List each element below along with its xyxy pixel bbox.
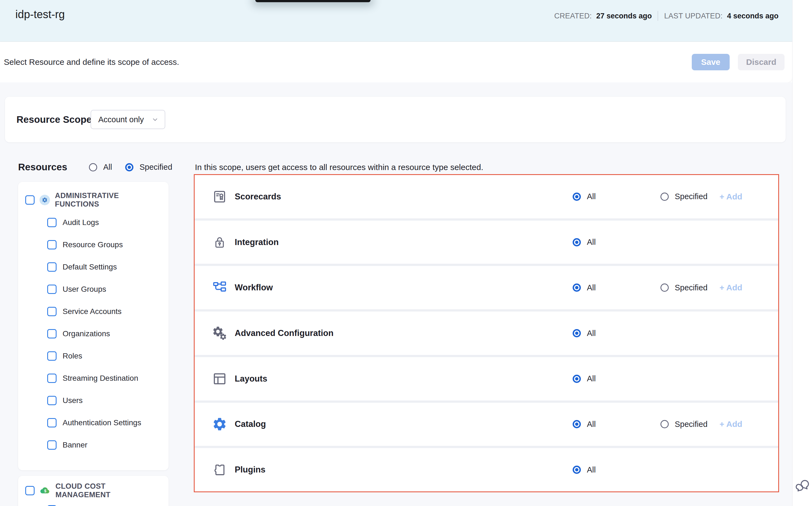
tree-item-authentication-settings[interactable]: Authentication Settings <box>47 415 162 430</box>
tree-item-user-groups[interactable]: User Groups <box>47 281 162 297</box>
specified-radio[interactable]: Specified <box>661 192 707 201</box>
svg-text:$: $ <box>44 489 46 493</box>
item-label: Resource Groups <box>63 240 123 249</box>
checkbox <box>47 218 57 227</box>
checkbox <box>25 195 34 205</box>
group-label: CLOUD COST MANAGEMENT <box>56 482 162 499</box>
resource-scope-dropdown[interactable]: Account only <box>91 110 165 129</box>
resource-row-advanced-configuration: Advanced Configuration All <box>195 312 778 355</box>
radio-icon <box>573 375 581 383</box>
resource-row-label: Workflow <box>235 283 273 292</box>
all-radio[interactable]: All <box>573 374 596 383</box>
resource-row-label: Scorecards <box>235 192 281 202</box>
radio-label: Specified <box>675 283 707 292</box>
all-radio[interactable]: All <box>573 329 596 338</box>
resource-row-integration: Integration All <box>195 221 778 264</box>
group-administrative-functions[interactable]: ADMINISTRATIVE FUNCTIONS <box>25 192 162 208</box>
all-radio[interactable]: All <box>573 420 596 429</box>
toolbar-description: Select Resource and define its scope of … <box>4 42 179 82</box>
scope-instruction: In this scope, users get access to all r… <box>195 163 483 172</box>
tree-item-organizations[interactable]: Organizations <box>47 326 162 341</box>
tree-item-users[interactable]: Users <box>47 393 162 408</box>
resource-scope-label: Resource Scope <box>16 97 92 142</box>
tree-item-streaming-destination[interactable]: Streaming Destination <box>47 370 162 386</box>
add-link[interactable]: + Add <box>719 419 742 429</box>
all-radio[interactable]: All <box>573 192 596 201</box>
chevron-down-icon <box>151 116 159 123</box>
last-updated-label: LAST UPDATED: <box>664 12 722 20</box>
item-label: User Groups <box>63 285 106 293</box>
resource-group-admin-card: ADMINISTRATIVE FUNCTIONS Audit Logs Reso… <box>18 182 169 470</box>
radio-icon <box>661 420 669 428</box>
radio-label: Specified <box>675 420 707 429</box>
ccm-items: Recommendations <box>47 502 162 506</box>
tree-item-banner[interactable]: Banner <box>47 437 162 453</box>
save-button[interactable]: Save <box>692 54 730 70</box>
resource-group-ccm-card: $ CLOUD COST MANAGEMENT Recommendations <box>18 476 169 506</box>
tree-item-default-settings[interactable]: Default Settings <box>47 259 162 275</box>
resource-row-label: Plugins <box>235 465 266 475</box>
radio-label: All <box>587 420 596 429</box>
chat-support-icon[interactable] <box>796 478 810 493</box>
radio-label: All <box>587 374 596 383</box>
radio-icon <box>573 238 581 246</box>
resource-types-panel: Scorecards All Specified + Add Integrati… <box>194 174 779 492</box>
tree-item-resource-groups[interactable]: Resource Groups <box>47 237 162 252</box>
resource-row-catalog: Catalog All Specified + Add <box>195 403 778 446</box>
radio-icon <box>573 329 581 337</box>
checkbox <box>25 486 34 495</box>
specified-radio[interactable]: Specified <box>661 420 707 429</box>
catalog-gear-icon <box>212 416 227 432</box>
resource-row-workflow: Workflow All Specified + Add <box>195 266 778 309</box>
radio-icon <box>125 163 133 171</box>
add-link[interactable]: + Add <box>719 283 742 292</box>
cloud-cost-management-cloud-icon: $ <box>39 485 50 496</box>
tree-item-recommendations[interactable]: Recommendations <box>47 502 162 506</box>
last-updated-value: 4 seconds ago <box>727 12 779 20</box>
add-link[interactable]: + Add <box>719 192 742 201</box>
group-cloud-cost-management[interactable]: $ CLOUD COST MANAGEMENT <box>25 483 162 498</box>
created-label: CREATED: <box>554 12 592 20</box>
resources-mode-radios: All Specified <box>89 163 172 172</box>
resource-row-layouts: Layouts All <box>195 357 778 401</box>
radio-icon <box>573 192 581 201</box>
checkbox <box>47 351 57 361</box>
specified-radio[interactable]: Specified <box>661 283 707 292</box>
radio-icon <box>661 192 669 201</box>
checkbox <box>47 396 57 405</box>
radio-label: All <box>587 283 596 292</box>
item-label: Authentication Settings <box>63 418 141 427</box>
resources-specified-radio[interactable]: Specified <box>125 163 172 172</box>
layouts-icon <box>212 371 227 387</box>
checkbox <box>47 418 57 427</box>
resource-row-plugins: Plugins All <box>195 448 778 491</box>
checkbox <box>47 373 57 383</box>
resources-all-radio[interactable]: All <box>89 163 112 172</box>
resource-row-label: Catalog <box>235 419 266 429</box>
discard-button[interactable]: Discard <box>738 54 785 70</box>
all-radio[interactable]: All <box>573 283 596 292</box>
checkbox <box>47 262 57 272</box>
radio-icon <box>661 283 669 292</box>
window-notch-shadow <box>255 0 371 2</box>
created-value: 27 seconds ago <box>596 12 652 20</box>
admin-items: Audit Logs Resource Groups Default Setti… <box>47 215 162 453</box>
scorecards-icon <box>212 189 227 205</box>
radio-icon <box>573 466 581 474</box>
tree-item-roles[interactable]: Roles <box>47 348 162 364</box>
page-header: idp-test-rg CREATED: 27 seconds ago LAST… <box>0 0 792 42</box>
advanced-configuration-gears-icon <box>212 325 227 341</box>
resource-row-label: Advanced Configuration <box>235 328 333 338</box>
tree-item-service-accounts[interactable]: Service Accounts <box>47 304 162 319</box>
checkbox <box>47 329 57 338</box>
radio-label: All <box>587 192 596 201</box>
item-label: Service Accounts <box>63 307 122 316</box>
radio-icon <box>573 420 581 428</box>
timestamps: CREATED: 27 seconds ago LAST UPDATED: 4 … <box>554 11 779 21</box>
item-label: Users <box>63 396 83 405</box>
all-radio[interactable]: All <box>573 238 596 247</box>
tree-item-audit-logs[interactable]: Audit Logs <box>47 215 162 230</box>
all-radio[interactable]: All <box>573 466 596 475</box>
divider <box>658 11 658 21</box>
item-label: Audit Logs <box>63 218 99 227</box>
